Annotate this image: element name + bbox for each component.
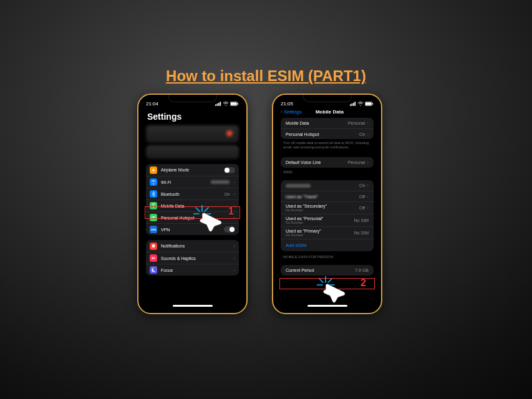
svg-rect-19 — [365, 102, 372, 105]
blurred-profile-row — [146, 125, 239, 143]
row-sim-0[interactable]: On› — [281, 180, 374, 191]
tap-hand-icon — [317, 276, 347, 304]
page-title: Settings — [142, 108, 243, 124]
row-label: Used as "Primary" — [286, 229, 321, 233]
group-voice: Default Voice Line Personal› — [281, 157, 374, 168]
status-icons — [215, 101, 239, 107]
battery-icon — [365, 102, 374, 106]
settings-group-connectivity: Airplane Mode Wi-Fi › Bluetooth On › Mob… — [146, 164, 239, 235]
row-label: Mobile Data — [161, 204, 230, 208]
row-value: 7.9 GB — [355, 268, 369, 272]
home-indicator — [173, 305, 213, 307]
chevron-right-icon: › — [367, 205, 369, 211]
row-label: Personal Hotspot — [286, 132, 319, 137]
chevron-right-icon: › — [233, 267, 235, 273]
row-label: Airplane Mode — [161, 168, 220, 172]
chevron-right-icon: › — [367, 183, 369, 188]
svg-rect-5 — [231, 102, 237, 105]
blurred-row — [146, 145, 239, 159]
row-vpn[interactable]: VPN VPN — [146, 223, 239, 235]
row-sublabel: No Number — [286, 221, 323, 224]
wifi-icon — [223, 102, 229, 106]
row-label: Focus — [161, 268, 230, 272]
row-sim-4[interactable]: Used as "Primary"No Number No SIM — [281, 226, 374, 239]
row-label: Default Voice Line — [286, 160, 321, 165]
nav-title: Mobile Data — [286, 109, 374, 115]
row-bluetooth[interactable]: Bluetooth On › — [146, 188, 239, 200]
moon-icon — [150, 266, 157, 274]
row-label: Mobile Data — [286, 121, 309, 125]
row-label: Wi-Fi — [161, 180, 207, 185]
tutorial-title: How to install ESIM (PART1) — [166, 67, 366, 85]
row-sublabel: No Number — [286, 233, 321, 237]
svg-rect-14 — [350, 104, 351, 106]
antenna-icon — [150, 202, 157, 209]
svg-rect-3 — [220, 102, 221, 106]
row-sim-1[interactable]: Used as "Travel" Off› — [281, 191, 374, 201]
row-value: On — [359, 183, 365, 188]
step-number-1: 1 — [228, 206, 234, 217]
nav-bar: ‹ Settings Mobile Data — [277, 108, 377, 115]
battery-icon — [230, 102, 239, 106]
row-value: Personal — [348, 121, 365, 125]
signal-icon — [215, 102, 221, 106]
svg-rect-20 — [372, 103, 373, 105]
row-label: Sounds & Haptics — [161, 256, 230, 261]
row-value: Off — [359, 206, 365, 210]
wifi-icon — [150, 178, 157, 186]
vpn-toggle[interactable] — [224, 226, 235, 233]
row-value: No SIM — [354, 218, 369, 223]
svg-rect-2 — [218, 103, 220, 106]
data-usage-header: MOBILE DATA FOR PERSON — [277, 251, 377, 260]
svg-rect-1 — [216, 103, 218, 106]
row-wifi[interactable]: Wi-Fi › — [146, 176, 239, 188]
row-sounds[interactable]: Sounds & Haptics › — [146, 252, 239, 264]
row-label: Personal Hotspot — [161, 216, 230, 220]
row-notifications[interactable]: Notifications › — [146, 240, 239, 252]
speaker-icon — [150, 254, 157, 262]
group-data: Mobile Data Personal› Personal Hotspot O… — [281, 118, 374, 139]
row-focus[interactable]: Focus › — [146, 264, 239, 276]
vpn-icon: VPN — [150, 226, 157, 233]
row-personal-hotspot[interactable]: Personal Hotspot On› — [281, 128, 374, 139]
group-sims: On› Used as "Travel" Off› Used as "Secon… — [281, 180, 374, 251]
row-airplane-mode[interactable]: Airplane Mode — [146, 164, 239, 176]
hotspot-icon — [150, 214, 157, 221]
row-mobile-data[interactable]: Mobile Data Personal› — [281, 118, 374, 128]
row-value: No SIM — [354, 231, 369, 235]
status-icons — [350, 101, 374, 107]
row-personal-hotspot[interactable]: Personal Hotspot › — [146, 211, 239, 223]
chevron-right-icon: › — [367, 120, 369, 126]
chevron-right-icon: › — [367, 160, 369, 165]
group-usage: Current Period 7.9 GB — [281, 265, 374, 276]
svg-rect-6 — [238, 103, 238, 105]
settings-group-notifications: Notifications › Sounds & Haptics › Focus… — [146, 240, 239, 276]
row-add-esim-container: Add eSIM — [281, 239, 374, 251]
chevron-right-icon: › — [233, 191, 235, 197]
airplane-toggle[interactable] — [224, 167, 235, 173]
home-indicator — [307, 305, 347, 307]
step-number-2: 2 — [360, 277, 366, 289]
blurred-label — [286, 184, 311, 188]
chevron-right-icon: › — [233, 180, 235, 185]
chevron-right-icon: › — [367, 194, 369, 200]
svg-rect-0 — [215, 104, 216, 106]
svg-line-22 — [319, 279, 323, 282]
row-sim-2[interactable]: Used as "Secondary"No Number Off› — [281, 201, 374, 214]
row-label: Used as "Secondary" — [286, 204, 327, 208]
add-esim-button[interactable]: Add eSIM — [281, 239, 311, 251]
row-label: Current Period — [286, 268, 314, 272]
svg-rect-17 — [354, 102, 355, 106]
wifi-value-blurred — [211, 180, 230, 184]
svg-rect-16 — [353, 103, 354, 106]
row-sim-3[interactable]: Used as "Personal"No Number No SIM — [281, 214, 374, 226]
footnote-text: Turn off mobile data to restrict all dat… — [277, 139, 377, 152]
phone-settings-screenshot: 21:04 Settings Airplane Mode Wi-Fi › — [137, 94, 248, 314]
row-label: Notifications — [161, 244, 230, 248]
row-label: VPN — [161, 228, 220, 232]
row-label: Bluetooth — [161, 192, 221, 196]
row-mobile-data[interactable]: Mobile Data › — [146, 200, 239, 211]
svg-rect-15 — [351, 103, 352, 106]
row-value: On — [359, 132, 365, 137]
row-default-voice[interactable]: Default Voice Line Personal› — [281, 157, 374, 168]
